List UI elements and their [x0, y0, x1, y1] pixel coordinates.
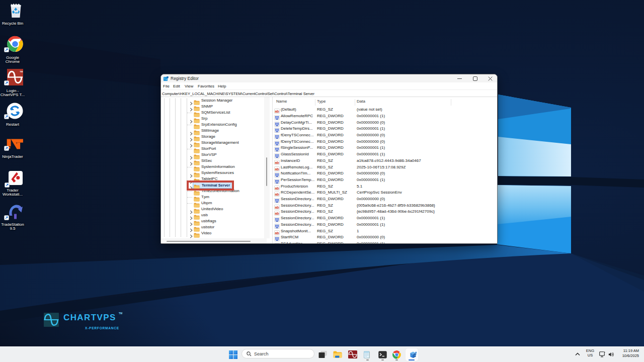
svg-text:TM: TM	[20, 70, 23, 73]
